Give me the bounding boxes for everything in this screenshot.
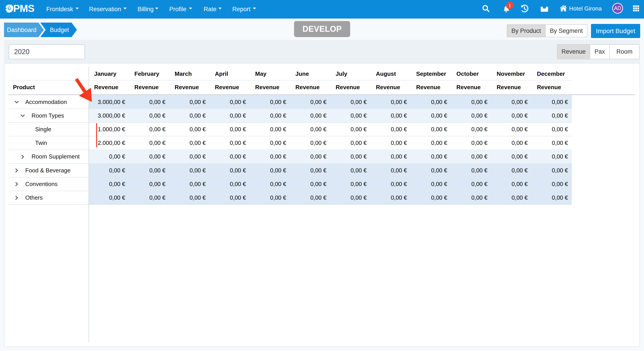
- svg-text:Budget: Budget: [50, 26, 69, 33]
- svg-text:Dashboard: Dashboard: [7, 26, 36, 33]
